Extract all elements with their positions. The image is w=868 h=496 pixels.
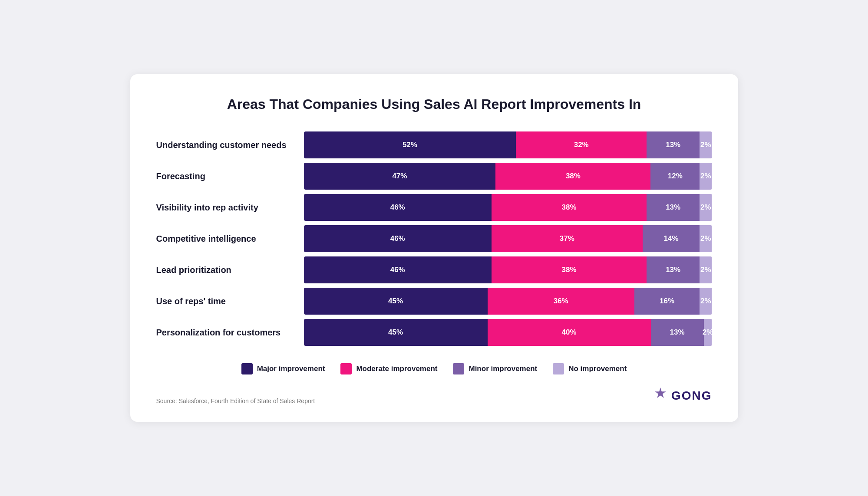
bar-segment-minor: 12% [650,163,700,190]
bar-segment-major: 46% [304,225,492,252]
bar-segment-none: 2% [700,256,712,283]
footer: Source: Salesforce, Fourth Edition of St… [156,387,712,404]
legend-label-moderate: Moderate improvement [356,365,437,373]
row-label: Personalization for customers [156,327,304,338]
row-label: Visibility into rep activity [156,202,304,213]
bar-segment-minor: 13% [647,256,700,283]
bar-track: 46%38%13%2% [304,194,712,221]
bar-track: 46%37%14%2% [304,225,712,252]
chart-row: Forecasting47%38%12%2% [156,163,712,190]
chart-row: Understanding customer needs52%32%13%2% [156,131,712,158]
bar-track: 46%38%13%2% [304,256,712,283]
bar-segment-moderate: 40% [488,319,651,346]
bar-segment-major: 47% [304,163,496,190]
bar-segment-minor: 13% [647,131,700,158]
bar-track: 45%36%16%2% [304,288,712,315]
chart-body: Understanding customer needs52%32%13%2%F… [156,131,712,350]
legend-item-moderate: Moderate improvement [340,363,437,374]
chart-row: Lead prioritization46%38%13%2% [156,256,712,283]
bar-segment-none: 2% [700,163,712,190]
bar-segment-none: 2% [700,194,712,221]
bar-segment-none: 2% [700,225,712,252]
bar-segment-major: 46% [304,256,492,283]
chart-title: Areas That Companies Using Sales AI Repo… [156,96,712,112]
bar-track: 47%38%12%2% [304,163,712,190]
row-label: Competitive intelligence [156,233,304,244]
gong-text: GONG [671,389,712,403]
legend: Major improvementModerate improvementMin… [156,363,712,374]
legend-label-none: No improvement [568,365,627,373]
bar-segment-moderate: 38% [492,256,647,283]
legend-item-major: Major improvement [241,363,325,374]
bar-segment-minor: 16% [634,288,700,315]
legend-swatch-none [553,363,564,374]
bar-segment-moderate: 36% [488,288,634,315]
gong-star-icon [653,387,668,404]
bar-segment-none: 2% [704,319,712,346]
bar-segment-minor: 13% [647,194,700,221]
row-label: Use of reps' time [156,296,304,307]
chart-row: Competitive intelligence46%37%14%2% [156,225,712,252]
gong-logo: GONG [653,387,712,404]
bar-segment-minor: 13% [651,319,704,346]
bar-segment-major: 46% [304,194,492,221]
chart-row: Personalization for customers45%40%13%2% [156,319,712,346]
chart-row: Visibility into rep activity46%38%13%2% [156,194,712,221]
chart-container: Areas That Companies Using Sales AI Repo… [130,74,738,422]
bar-segment-moderate: 38% [492,194,647,221]
legend-label-major: Major improvement [257,365,325,373]
bar-track: 52%32%13%2% [304,131,712,158]
bar-segment-minor: 14% [643,225,700,252]
bar-track: 45%40%13%2% [304,319,712,346]
legend-item-none: No improvement [553,363,627,374]
bar-segment-none: 2% [700,288,712,315]
source-text: Source: Salesforce, Fourth Edition of St… [156,397,315,404]
bar-segment-major: 45% [304,319,488,346]
bar-segment-none: 2% [700,131,712,158]
row-label: Forecasting [156,171,304,182]
bar-segment-major: 45% [304,288,488,315]
row-label: Understanding customer needs [156,139,304,151]
legend-swatch-minor [453,363,464,374]
bar-segment-moderate: 38% [495,163,650,190]
legend-label-minor: Minor improvement [469,365,537,373]
row-label: Lead prioritization [156,264,304,276]
bar-segment-moderate: 32% [516,131,647,158]
chart-row: Use of reps' time45%36%16%2% [156,288,712,315]
legend-item-minor: Minor improvement [453,363,537,374]
bar-segment-moderate: 37% [492,225,643,252]
legend-swatch-moderate [340,363,352,374]
legend-swatch-major [241,363,253,374]
bar-segment-major: 52% [304,131,516,158]
